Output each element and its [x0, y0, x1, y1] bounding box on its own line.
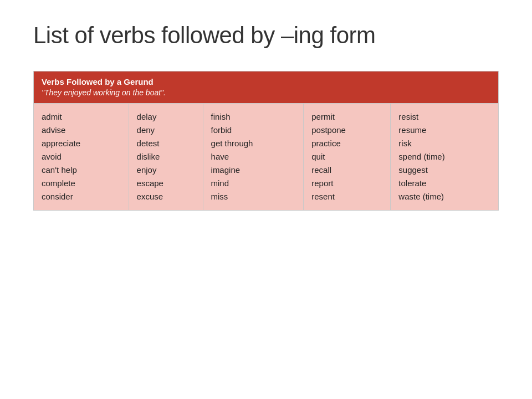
cell-words-col2: delay deny detest dislike enjoy escape e… [137, 112, 163, 201]
table-header-cell: Verbs Followed by a Gerund "They enjoyed… [34, 71, 499, 104]
table-cell-col3: finish forbid get through have imagine m… [203, 104, 304, 211]
verbs-table: Verbs Followed by a Gerund "They enjoyed… [33, 71, 499, 211]
table-cell-col2: delay deny detest dislike enjoy escape e… [129, 104, 203, 211]
cell-words-col4: permit postpone practice quit recall rep… [311, 112, 346, 201]
cell-words-col3: finish forbid get through have imagine m… [211, 112, 253, 201]
table-wrapper: Verbs Followed by a Gerund "They enjoyed… [33, 71, 499, 211]
table-cell-col4: permit postpone practice quit recall rep… [304, 104, 391, 211]
table-header-row: Verbs Followed by a Gerund "They enjoyed… [34, 71, 499, 104]
page-container: List of verbs followed by –ing form Verb… [0, 0, 532, 399]
page-title: List of verbs followed by –ing form [33, 22, 499, 49]
table-cell-col1: admit advise appreciate avoid can't help… [34, 104, 129, 211]
cell-words-col1: admit advise appreciate avoid can't help… [42, 112, 80, 201]
header-subtitle: "They enjoyed working on the boat". [42, 88, 166, 97]
table-cell-col5: resist resume risk spend (time) suggest … [391, 104, 499, 211]
cell-words-col5: resist resume risk spend (time) suggest … [398, 112, 444, 201]
header-label: Verbs Followed by a Gerund [42, 77, 490, 86]
table-data-row: admit advise appreciate avoid can't help… [34, 104, 499, 211]
